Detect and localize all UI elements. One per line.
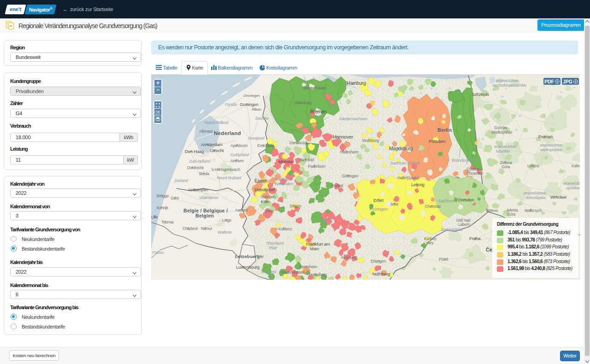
svg-text:Westfalen: Westfalen bbox=[275, 181, 293, 186]
svg-text:Würzburg: Würzburg bbox=[341, 255, 358, 260]
svg-text:Assen: Assen bbox=[252, 107, 261, 112]
svg-text:Berlin: Berlin bbox=[437, 127, 452, 133]
svg-text:Sachsen: Sachsen bbox=[438, 198, 454, 203]
svg-text:lubuskie: lubuskie bbox=[496, 149, 510, 153]
svg-text:Essen: Essen bbox=[254, 178, 268, 183]
svg-text:zachodniopomorskie: zachodniopomorskie bbox=[492, 83, 527, 88]
svg-text:Antwerpen: Antwerpen bbox=[188, 187, 208, 192]
svg-text:Saarland: Saarland bbox=[261, 270, 276, 274]
svg-text:Vary: Vary bbox=[426, 241, 434, 245]
svg-text:Kalis: Kalis bbox=[572, 164, 579, 168]
svg-text:województwo: województwo bbox=[494, 144, 517, 149]
svg-text:Hildesheim: Hildesheim bbox=[340, 150, 359, 154]
svg-text:Osnabrück: Osnabrück bbox=[289, 141, 308, 145]
svg-text:opolskie: opolskie bbox=[566, 186, 580, 190]
svg-text:Góra: Góra bbox=[502, 164, 510, 169]
svg-text:dolnośląskie: dolnośląskie bbox=[525, 195, 546, 200]
svg-text:Aachen: Aachen bbox=[235, 208, 248, 212]
svg-text:Labem: Labem bbox=[458, 222, 470, 227]
svg-text:wojewódz.: wojewódz. bbox=[563, 181, 580, 186]
svg-text:województwo: województwo bbox=[496, 78, 519, 83]
svg-text:France: France bbox=[152, 250, 164, 255]
svg-text:wielkopolskie: wielkopolskie bbox=[540, 147, 562, 152]
svg-text:Belgien: Belgien bbox=[195, 213, 214, 218]
svg-text:Liege: Liege bbox=[222, 218, 231, 223]
svg-text:Luxembourg: Luxembourg bbox=[236, 264, 260, 270]
svg-text:Solingen: Solingen bbox=[261, 194, 276, 199]
svg-text:Thüringen: Thüringen bbox=[369, 206, 388, 211]
svg-text:Halle (Saale): Halle (Saale) bbox=[397, 176, 419, 180]
svg-text:Kassel: Kassel bbox=[332, 183, 343, 188]
svg-text:Erfurt: Erfurt bbox=[373, 198, 384, 203]
svg-text:Drenthe: Drenthe bbox=[255, 116, 269, 121]
svg-text:Apeldoorn: Apeldoorn bbox=[230, 143, 248, 148]
svg-text:Poznań: Poznań bbox=[538, 134, 553, 139]
svg-text:Gent: Gent bbox=[171, 196, 179, 200]
svg-text:Oldenburg: Oldenburg bbox=[294, 100, 312, 105]
svg-text:Magdeburg: Magdeburg bbox=[389, 146, 413, 151]
svg-text:Rheinland-: Rheinland- bbox=[266, 241, 284, 246]
svg-text:Noord-Brabant: Noord-Brabant bbox=[217, 176, 242, 180]
svg-text:Alkmaar: Alkmaar bbox=[199, 129, 213, 134]
svg-text:Münster: Münster bbox=[278, 159, 294, 164]
svg-text:Wallonie: Wallonie bbox=[218, 230, 232, 235]
svg-text:województwo: województwo bbox=[540, 143, 563, 147]
svg-text:Kortrijk: Kortrijk bbox=[157, 205, 169, 210]
svg-text:Trier: Trier bbox=[256, 254, 264, 259]
svg-text:Groningen: Groningen bbox=[240, 102, 258, 107]
svg-text:Wielkopolski: Wielkopolski bbox=[491, 130, 512, 135]
svg-text:Fryslân: Fryslân bbox=[225, 102, 237, 107]
svg-text:Noord-Holland: Noord-Holland bbox=[204, 120, 229, 125]
svg-text:Chemnitz: Chemnitz bbox=[425, 204, 441, 209]
svg-text:Bonn: Bonn bbox=[265, 209, 274, 213]
svg-text:Nederland: Nederland bbox=[214, 130, 241, 136]
svg-text:Vlaanderen: Vlaanderen bbox=[199, 195, 218, 200]
svg-text:Hessen: Hessen bbox=[319, 217, 333, 222]
svg-text:Leszno: Leszno bbox=[527, 164, 540, 168]
svg-text:Erlangen: Erlangen bbox=[371, 259, 386, 264]
svg-text:Mannheim: Mannheim bbox=[300, 264, 317, 269]
svg-text:Kaiserslautern: Kaiserslautern bbox=[281, 270, 305, 275]
svg-text:Siegen: Siegen bbox=[289, 204, 301, 208]
svg-text:'s Hertogenbosch: 's Hertogenbosch bbox=[211, 167, 240, 172]
svg-text:Amsterdam: Amsterdam bbox=[201, 142, 223, 147]
svg-text:Main: Main bbox=[310, 246, 319, 251]
svg-text:Utrecht: Utrecht bbox=[210, 148, 224, 153]
svg-text:Sachsen-Anhalt: Sachsen-Anhalt bbox=[390, 160, 420, 165]
svg-text:Heidelberg: Heidelberg bbox=[309, 272, 327, 277]
svg-text:Arnhem: Arnhem bbox=[230, 159, 244, 163]
svg-text:Brandenburg: Brandenburg bbox=[452, 158, 477, 163]
svg-text:Praha: Praha bbox=[469, 236, 481, 241]
svg-text:Hamburg: Hamburg bbox=[347, 80, 366, 86]
svg-text:Zuid-Holland: Zuid-Holland bbox=[189, 159, 210, 164]
svg-text:Dresden: Dresden bbox=[458, 197, 474, 202]
svg-text:Tournai: Tournai bbox=[161, 220, 174, 224]
svg-text:województwo: województwo bbox=[524, 191, 546, 195]
svg-text:Lille: Lille bbox=[151, 215, 158, 219]
svg-text:Enschede: Enschede bbox=[257, 143, 274, 148]
svg-text:Szczecin: Szczecin bbox=[472, 92, 489, 97]
svg-text:Köln: Köln bbox=[261, 199, 269, 204]
svg-text:Niedersachsen: Niedersachsen bbox=[339, 116, 367, 121]
svg-text:Severozápad: Severozápad bbox=[441, 227, 463, 232]
svg-text:Leipzig: Leipzig bbox=[411, 182, 425, 187]
svg-text:Zeeland: Zeeland bbox=[174, 178, 188, 183]
svg-text:Jena: Jena bbox=[390, 202, 398, 206]
svg-text:Düsseldorf: Düsseldorf bbox=[254, 187, 275, 192]
svg-text:Pfalz: Pfalz bbox=[269, 246, 277, 250]
svg-text:Breda: Breda bbox=[199, 171, 209, 176]
svg-text:Liberec: Liberec bbox=[486, 208, 498, 213]
svg-text:Chosebuz: Chosebuz bbox=[466, 171, 484, 176]
svg-text:Dordrecht: Dordrecht bbox=[187, 165, 204, 170]
svg-text:Wrocław: Wrocław bbox=[550, 194, 566, 200]
svg-text:Nürnberg: Nürnberg bbox=[372, 271, 390, 276]
svg-text:Góra: Góra bbox=[507, 212, 516, 217]
svg-text:Göttingen: Göttingen bbox=[342, 174, 359, 178]
svg-text:Den Haag: Den Haag bbox=[185, 149, 204, 154]
svg-text:Charleroi: Charleroi bbox=[183, 226, 198, 231]
svg-text:Gelderland: Gelderland bbox=[230, 153, 249, 157]
svg-text:Hannover: Hannover bbox=[333, 134, 354, 140]
svg-text:Overijssel: Overijssel bbox=[248, 136, 265, 141]
svg-text:Plzeň: Plzeň bbox=[439, 257, 448, 262]
svg-text:Groningen: Groningen bbox=[243, 94, 260, 98]
